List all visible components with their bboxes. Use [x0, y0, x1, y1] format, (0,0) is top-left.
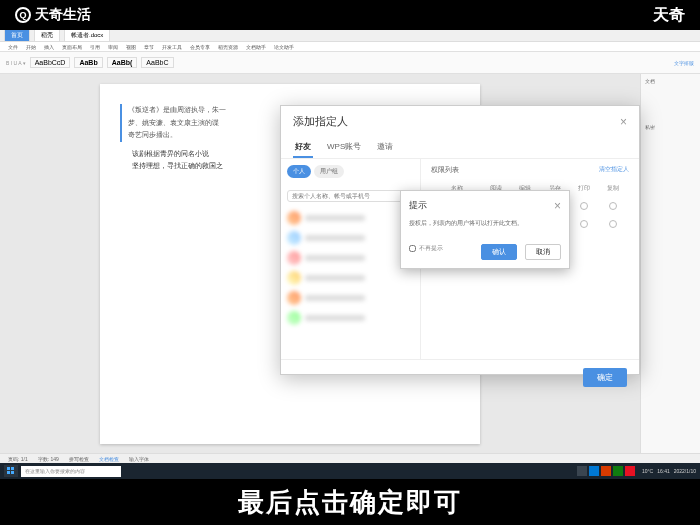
- menu-review[interactable]: 审阅: [108, 44, 118, 50]
- radio-copy[interactable]: [609, 220, 617, 228]
- style-h1[interactable]: AaBb: [74, 57, 102, 68]
- user-item[interactable]: [287, 268, 414, 288]
- dialog-footer: 确定: [281, 359, 639, 393]
- close-icon[interactable]: ×: [620, 115, 627, 129]
- radio-print[interactable]: [580, 220, 588, 228]
- tab-invite[interactable]: 邀请: [375, 137, 395, 158]
- alert-ok-button[interactable]: 确认: [481, 244, 517, 260]
- status-lang: 拼写检查: [69, 456, 89, 462]
- alert-title: 提示: [409, 199, 427, 213]
- brand-right: 天奇: [653, 5, 685, 26]
- tab-document[interactable]: 帐遗者.docx: [64, 29, 110, 42]
- alert-cancel-button[interactable]: 取消: [525, 244, 561, 260]
- task-icon[interactable]: [601, 466, 611, 476]
- ribbon-toolbar: B I U A ▾ AaBbCcD AaBb AaBb( AaBbC 文字排版: [0, 52, 700, 74]
- menu-file[interactable]: 文件: [8, 44, 18, 50]
- status-input: 输入字体: [129, 456, 149, 462]
- task-icon[interactable]: [577, 466, 587, 476]
- confirm-alert: 提示 × 授权后，列表内的用户将可以打开此文档。 不再提示 确认 取消: [400, 190, 570, 269]
- filter-group[interactable]: 用户组: [314, 165, 344, 178]
- alert-message: 授权后，列表内的用户将可以打开此文档。: [409, 219, 561, 228]
- app-titlebar: 首页 稻壳 帐遗者.docx: [0, 30, 700, 42]
- close-icon[interactable]: ×: [554, 199, 561, 213]
- start-button[interactable]: [4, 465, 18, 477]
- video-subtitle-bar: 最后点击确定即可: [0, 479, 700, 525]
- system-tray[interactable]: 10°C 16:41 2022/1/10: [642, 468, 696, 474]
- menu-bar: 文件 开始 插入 页面布局 引用 审阅 视图 章节 开发工具 会员专享 稻壳资源…: [0, 42, 700, 52]
- logo-icon: Q: [15, 7, 31, 23]
- status-bar: 页码: 1/1 字数: 149 拼写检查 文档检查 输入字体: [0, 453, 700, 463]
- video-overlay-bar: Q 天奇生活 天奇: [0, 0, 700, 30]
- menu-layout[interactable]: 页面布局: [62, 44, 82, 50]
- svg-rect-0: [7, 467, 10, 470]
- menu-dev[interactable]: 开发工具: [162, 44, 182, 50]
- perm-title: 权限列表: [431, 165, 459, 175]
- windows-taskbar: 在这里输入你要搜索的内容 10°C 16:41 2022/1/10: [0, 463, 700, 479]
- user-item[interactable]: [287, 308, 414, 328]
- status-page: 页码: 1/1: [8, 456, 28, 462]
- menu-chapter[interactable]: 章节: [144, 44, 154, 50]
- dialog-tabs: 好友 WPS账号 邀请: [281, 137, 639, 159]
- task-icon[interactable]: [589, 466, 599, 476]
- menu-res[interactable]: 稻壳资源: [218, 44, 238, 50]
- dont-show-checkbox[interactable]: 不再提示: [409, 244, 443, 253]
- tab-daoke[interactable]: 稻壳: [34, 29, 60, 42]
- search-input[interactable]: [287, 190, 414, 202]
- menu-vip[interactable]: 会员专享: [190, 44, 210, 50]
- radio-print[interactable]: [580, 202, 588, 210]
- filter-personal[interactable]: 个人: [287, 165, 311, 178]
- menu-view[interactable]: 视图: [126, 44, 136, 50]
- dialog-header: 添加指定人 ×: [281, 106, 639, 137]
- style-h2[interactable]: AaBb(: [107, 57, 138, 68]
- subtitle-text: 最后点击确定即可: [238, 485, 462, 520]
- menu-insert[interactable]: 插入: [44, 44, 54, 50]
- svg-rect-2: [7, 471, 10, 474]
- svg-rect-3: [11, 471, 14, 474]
- task-icon[interactable]: [613, 466, 623, 476]
- style-normal[interactable]: AaBbCcD: [30, 57, 71, 68]
- style-h3[interactable]: AaBbC: [141, 57, 173, 68]
- menu-ref[interactable]: 引用: [90, 44, 100, 50]
- menu-dochelp[interactable]: 文档助手: [246, 44, 266, 50]
- svg-rect-1: [11, 467, 14, 470]
- user-item[interactable]: [287, 288, 414, 308]
- task-icon[interactable]: [625, 466, 635, 476]
- user-item[interactable]: [287, 228, 414, 248]
- right-sidebar: 文档 私密: [640, 74, 700, 454]
- taskbar-search[interactable]: 在这里输入你要搜索的内容: [21, 466, 121, 477]
- taskbar-apps: [577, 466, 635, 476]
- status-words: 字数: 149: [38, 456, 59, 462]
- status-mode[interactable]: 文档检查: [99, 456, 119, 462]
- tab-wps[interactable]: WPS账号: [325, 137, 363, 158]
- clear-assignees-link[interactable]: 清空指定人: [599, 165, 629, 175]
- tab-friends[interactable]: 好友: [293, 137, 313, 158]
- menu-paper[interactable]: 论文助手: [274, 44, 294, 50]
- tab-home[interactable]: 首页: [4, 29, 30, 42]
- toolbar-textlayout[interactable]: 文字排版: [674, 60, 694, 66]
- brand-logo: Q 天奇生活: [15, 6, 91, 24]
- radio-copy[interactable]: [609, 202, 617, 210]
- menu-start[interactable]: 开始: [26, 44, 36, 50]
- confirm-button[interactable]: 确定: [583, 368, 627, 387]
- user-item[interactable]: [287, 248, 414, 268]
- logo-text: 天奇生活: [35, 6, 91, 24]
- dialog-title-text: 添加指定人: [293, 114, 348, 129]
- user-item[interactable]: [287, 208, 414, 228]
